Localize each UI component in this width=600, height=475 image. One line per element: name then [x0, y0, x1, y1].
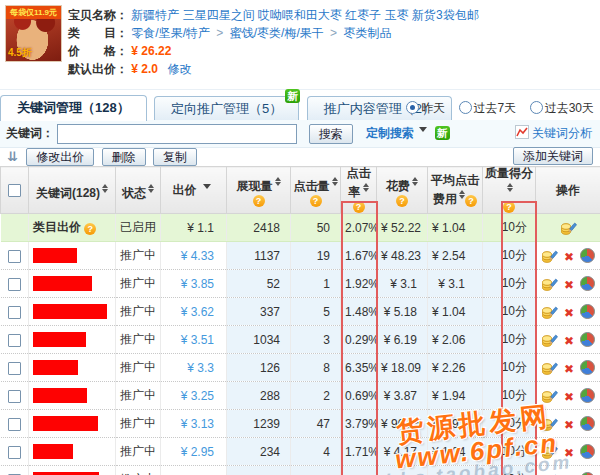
copy-button[interactable]: 复制 [153, 148, 197, 166]
tab-keyword-management[interactable]: 关键词管理（128） [0, 95, 147, 121]
checkbox-cell[interactable] [1, 382, 29, 410]
help-icon[interactable]: ? [396, 195, 408, 207]
edit-bid-icon[interactable] [541, 416, 558, 432]
operations-cell[interactable]: ✖ [536, 326, 600, 354]
help-icon[interactable]: ? [503, 201, 515, 213]
checkbox-cell[interactable] [1, 242, 29, 270]
operations-cell[interactable]: ✖ [536, 298, 600, 326]
operations-cell[interactable]: ✖ [536, 382, 600, 410]
delete-keyword-icon[interactable]: ✖ [564, 334, 574, 348]
operations-cell[interactable]: ✖ [536, 410, 600, 438]
help-icon[interactable]: ? [310, 195, 322, 207]
operations-cell[interactable]: ✖ [536, 270, 600, 298]
report-pie-icon[interactable] [580, 360, 595, 375]
bid-value-link[interactable]: ¥ 3.3 [187, 361, 214, 375]
edit-bid-icon[interactable] [541, 332, 558, 348]
add-keyword-button[interactable]: 添加关键词 [513, 147, 593, 165]
sort-icon[interactable] [412, 174, 418, 189]
bid-cell[interactable]: ¥ 3.51 [161, 326, 227, 354]
modify-bid-link[interactable]: 修改 [167, 62, 191, 76]
column-header-5[interactable]: 点击量? [291, 167, 341, 214]
column-header-3[interactable]: 出价 [161, 167, 227, 214]
column-header-0[interactable] [1, 167, 29, 214]
operations-cell[interactable] [536, 214, 600, 242]
bid-cell[interactable]: ¥ 4.33 [161, 242, 227, 270]
time-filter-yesterday[interactable]: 昨天 [406, 101, 448, 115]
bid-value-link[interactable]: ¥ 3.25 [181, 389, 214, 403]
bid-value-link[interactable]: ¥ 3.62 [181, 305, 214, 319]
bid-value-link[interactable]: ¥ 4.33 [181, 249, 214, 263]
checkbox-cell[interactable] [1, 466, 29, 475]
keyword-analysis-link[interactable]: 关键词分析 [515, 120, 592, 147]
category-link-1[interactable]: 零食/坚果/特产 [131, 26, 210, 40]
bid-cell[interactable]: ¥ 3.62 [161, 298, 227, 326]
delete-keyword-icon[interactable]: ✖ [564, 418, 574, 432]
chevron-down-icon[interactable] [203, 184, 211, 193]
product-name-link[interactable]: 新疆特产 三星四星之间 哎呦喂和田大枣 红枣子 玉枣 新货3袋包邮 [131, 8, 478, 22]
bid-cell[interactable]: ¥ 2.95 [161, 438, 227, 466]
bid-value-link[interactable]: ¥ 3.13 [181, 417, 214, 431]
bid-cell[interactable]: ¥ 3.3 [161, 354, 227, 382]
edit-bid-icon[interactable] [541, 248, 558, 264]
operations-cell[interactable]: ✖ [536, 466, 600, 475]
row-checkbox[interactable] [8, 390, 21, 403]
time-filter-30days[interactable]: 过去30天 [530, 101, 594, 115]
edit-bid-icon[interactable] [541, 388, 558, 404]
operations-cell[interactable]: ✖ [536, 242, 600, 270]
edit-bid-icon[interactable] [541, 360, 558, 376]
sort-icon[interactable] [332, 174, 338, 189]
help-icon[interactable]: ? [353, 201, 365, 213]
checkbox-cell[interactable] [1, 438, 29, 466]
report-pie-icon[interactable] [580, 248, 595, 263]
bid-cell[interactable]: ¥ 3.13 [161, 410, 227, 438]
tab-targeting-management[interactable]: 定向推广管理（5） 新 [154, 96, 299, 121]
modify-bid-button[interactable]: 修改出价 [26, 148, 94, 166]
bid-value-link[interactable]: ¥ 3.85 [181, 277, 214, 291]
help-icon[interactable]: ? [84, 223, 96, 235]
category-link-3[interactable]: 枣类制品 [343, 26, 391, 40]
checkbox-cell[interactable] [1, 270, 29, 298]
checkbox-cell[interactable] [1, 326, 29, 354]
report-pie-icon[interactable] [580, 388, 595, 403]
report-pie-icon[interactable] [580, 276, 595, 291]
radio-icon[interactable] [530, 101, 543, 114]
sort-icon[interactable] [507, 180, 513, 195]
checkbox-cell[interactable] [1, 298, 29, 326]
category-link-2[interactable]: 蜜饯/枣类/梅/果干 [230, 26, 324, 40]
report-pie-icon[interactable] [580, 304, 595, 319]
select-all-checkbox[interactable] [8, 184, 21, 197]
product-thumbnail[interactable]: 每袋仅11.9元 4.5折 [5, 5, 62, 62]
edit-bid-icon[interactable] [541, 304, 558, 320]
edit-bid-icon[interactable] [541, 444, 558, 460]
report-pie-icon[interactable] [580, 472, 595, 475]
chevron-down-icon[interactable] [419, 127, 427, 136]
operations-cell[interactable]: ✖ [536, 354, 600, 382]
bid-value-link[interactable]: ¥ 2.95 [181, 445, 214, 459]
row-checkbox[interactable] [8, 278, 21, 291]
delete-keyword-icon[interactable]: ✖ [564, 278, 574, 292]
row-checkbox[interactable] [8, 362, 21, 375]
help-icon[interactable]: ? [253, 195, 265, 207]
delete-keyword-icon[interactable]: ✖ [564, 446, 574, 460]
row-checkbox[interactable] [8, 418, 21, 431]
row-checkbox[interactable] [8, 334, 21, 347]
delete-keyword-icon[interactable]: ✖ [564, 362, 574, 376]
custom-search-link[interactable]: 定制搜索 [366, 126, 414, 140]
edit-bid-icon[interactable] [541, 472, 558, 475]
row-checkbox[interactable] [8, 446, 21, 459]
column-header-7[interactable]: 花费? [377, 167, 428, 214]
column-header-9[interactable]: 质量得分? [483, 167, 536, 214]
operations-cell[interactable]: ✖ [536, 438, 600, 466]
bid-cell[interactable]: ¥ 2.95 [161, 466, 227, 475]
radio-icon[interactable] [459, 101, 472, 114]
keyword-search-input[interactable] [57, 124, 297, 144]
edit-bid-icon[interactable] [541, 276, 558, 292]
bid-cell[interactable]: ¥ 3.25 [161, 382, 227, 410]
column-header-2[interactable]: 状态 [116, 167, 161, 214]
row-checkbox[interactable] [8, 306, 21, 319]
delete-keyword-icon[interactable]: ✖ [564, 306, 574, 320]
delete-button[interactable]: 删除 [102, 148, 146, 166]
bid-value-link[interactable]: ¥ 3.51 [181, 333, 214, 347]
sort-icon[interactable] [363, 180, 369, 195]
radio-icon[interactable] [406, 101, 419, 114]
